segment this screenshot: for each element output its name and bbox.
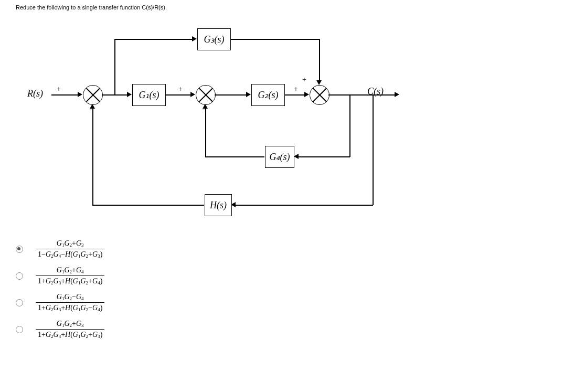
arrow xyxy=(127,92,132,97)
arrow xyxy=(78,92,82,97)
wire xyxy=(205,156,264,157)
arrow xyxy=(294,154,299,159)
wire xyxy=(319,39,320,81)
arrow xyxy=(316,80,322,85)
option-row: G1G2+G41+G2G3+H(G1G2+G4) xyxy=(16,266,558,285)
block-g2: G₂(s) xyxy=(251,84,285,106)
block-g4: G₄(s) xyxy=(265,146,294,168)
summing-junction-2 xyxy=(196,85,216,105)
answer-options: G1G2+G31−G2G4−H(G1G2+G3)G1G2+G41+G2G3+H(… xyxy=(16,239,558,339)
arrow xyxy=(90,104,95,109)
summing-junction-3 xyxy=(310,85,329,105)
wire xyxy=(328,94,396,96)
radio-option-3[interactable] xyxy=(16,299,23,306)
block-h: H(s) xyxy=(205,194,232,216)
arrow xyxy=(246,92,251,97)
arrow xyxy=(304,92,309,97)
wire xyxy=(349,95,350,157)
option-row: G1G2+G31+G2G4+H(G1G2+G3) xyxy=(16,320,558,339)
radio-option-4[interactable] xyxy=(16,326,23,333)
wire xyxy=(51,94,79,96)
plus-sign: + xyxy=(294,85,298,93)
arrow xyxy=(192,36,197,41)
plus-sign: + xyxy=(302,76,306,84)
arrow xyxy=(395,92,399,97)
option-row: G1G2−G41+G2G3+H(G1G2−G4) xyxy=(16,293,558,312)
summing-junction-1 xyxy=(83,85,103,105)
wire xyxy=(92,205,204,206)
wire xyxy=(231,39,319,40)
arrow xyxy=(203,104,208,109)
wire xyxy=(284,94,305,96)
radio-option-1[interactable] xyxy=(16,246,23,253)
input-label: R(s) xyxy=(27,88,43,99)
option-formula: G1G2+G31+G2G4+H(G1G2+G3) xyxy=(36,320,104,339)
plus-sign: + xyxy=(178,85,183,93)
radio-option-2[interactable] xyxy=(16,272,23,280)
arrow xyxy=(190,92,195,97)
wire xyxy=(92,108,93,205)
wire xyxy=(298,156,350,157)
block-diagram: R(s) + − G₁(s) + − G₂(s) + + C(s) xyxy=(16,14,558,234)
option-formula: G1G2+G31−G2G4−H(G1G2+G3) xyxy=(36,239,104,259)
wire xyxy=(215,94,247,96)
wire xyxy=(235,205,373,206)
output-label: C(s) xyxy=(367,86,384,97)
wire xyxy=(205,108,206,157)
option-formula: G1G2−G41+G2G3+H(G1G2−G4) xyxy=(36,293,104,312)
wire xyxy=(114,39,115,95)
wire xyxy=(114,39,193,40)
wire xyxy=(165,94,192,96)
block-g3: G₃(s) xyxy=(197,28,231,50)
option-formula: G1G2+G41+G2G3+H(G1G2+G4) xyxy=(36,266,104,285)
block-g1: G₁(s) xyxy=(132,84,166,106)
plus-sign: + xyxy=(57,85,61,93)
wire xyxy=(373,95,374,205)
option-row: G1G2+G31−G2G4−H(G1G2+G3) xyxy=(16,239,558,259)
question-prompt: Reduce the following to a single transfe… xyxy=(16,4,558,10)
